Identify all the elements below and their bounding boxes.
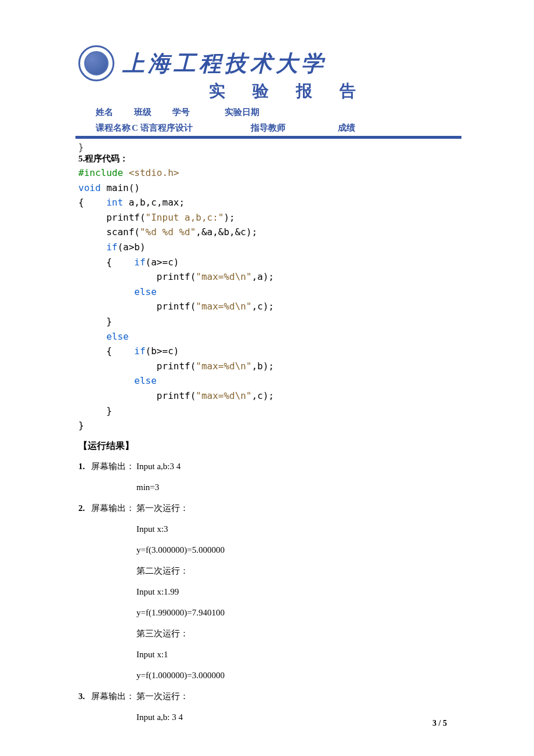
code-if1: if bbox=[106, 242, 117, 253]
code-cond2: (a>=c) bbox=[146, 257, 179, 268]
code-p16: printf( bbox=[78, 390, 196, 401]
header-divider bbox=[75, 136, 461, 139]
result-body: 1. 屏幕输出： Input a,b:3 4 min=3 2. 屏幕输出： 第一… bbox=[78, 456, 459, 728]
result-3-l1: 第一次运行： bbox=[136, 686, 189, 707]
code-end5: ,b); bbox=[252, 361, 275, 372]
code-sp15 bbox=[78, 375, 134, 386]
code-brace-open: { bbox=[78, 197, 106, 208]
code-printf1: printf( bbox=[78, 212, 146, 223]
result-1-row: 1. 屏幕输出： Input a,b:3 4 bbox=[78, 456, 459, 477]
course-value: C 语言程序设计 bbox=[132, 123, 193, 134]
result-2-l5: Input x:1.99 bbox=[136, 581, 459, 602]
code-include: #include bbox=[78, 167, 123, 178]
result-2-row: 2. 屏幕输出： 第一次运行： bbox=[78, 498, 459, 519]
code-main: main() bbox=[101, 182, 140, 193]
id-label: 学号 bbox=[172, 107, 190, 118]
code-str5: "max=%d\n" bbox=[196, 361, 251, 372]
class-label: 班级 bbox=[134, 107, 151, 118]
code-else2: else bbox=[106, 331, 129, 342]
code-sp9 bbox=[78, 286, 134, 297]
result-section-title: 【运行结果】 bbox=[78, 440, 459, 452]
result-1-num: 1. bbox=[78, 456, 91, 477]
result-2-l8: Input x:1 bbox=[136, 644, 459, 665]
code-cond1: (a>b) bbox=[117, 242, 145, 253]
closing-brace-prev: } bbox=[78, 142, 459, 153]
info-row-1: 姓名 班级 学号 实验日期 bbox=[96, 107, 459, 118]
page-number: 3 / 5 bbox=[432, 719, 447, 728]
code-end2: ,&a,&b,&c); bbox=[196, 226, 257, 237]
info-row-2: 课程名称 C 语言程序设计 指导教师 成绩 bbox=[96, 123, 459, 134]
code-block: #include <stdio.h> void main() { int a,b… bbox=[78, 165, 459, 433]
code-br13: { bbox=[78, 345, 134, 357]
code-end4: ,c); bbox=[252, 301, 275, 312]
code-p10: printf( bbox=[78, 301, 196, 312]
grade-label: 成绩 bbox=[338, 123, 355, 134]
code-str2: "%d %d %d" bbox=[140, 226, 196, 237]
result-1-line1: Input a,b:3 4 bbox=[136, 456, 181, 477]
document-content: } 5.程序代码： #include <stdio.h> void main()… bbox=[78, 142, 459, 728]
code-sp6 bbox=[78, 242, 106, 253]
logo-inner-icon bbox=[84, 51, 109, 75]
code-br11: } bbox=[78, 316, 112, 327]
code-void: void bbox=[78, 182, 101, 193]
teacher-label: 指导教师 bbox=[251, 123, 286, 134]
code-end3: ,a); bbox=[252, 271, 275, 282]
code-header: <stdio.h> bbox=[123, 167, 179, 178]
code-else3: else bbox=[134, 375, 157, 386]
result-2-l4: 第二次运行： bbox=[136, 560, 459, 581]
result-2-label: 屏幕输出： bbox=[91, 498, 136, 519]
result-2-l2: Input x:3 bbox=[136, 519, 459, 539]
name-label: 姓名 bbox=[96, 107, 113, 118]
code-end1: ); bbox=[223, 212, 234, 223]
code-str6: "max=%d\n" bbox=[196, 390, 251, 401]
course-label: 课程名称 bbox=[96, 123, 131, 134]
code-br18: } bbox=[78, 420, 84, 431]
university-logo bbox=[78, 45, 114, 81]
code-scanf: scanf( bbox=[78, 226, 140, 237]
result-3-row: 3. 屏幕输出： 第一次运行： bbox=[78, 686, 459, 707]
university-name: 上海工程技术大学 bbox=[122, 49, 327, 78]
code-cond3: (b>=c) bbox=[146, 345, 179, 357]
code-vars: a,b,c,max; bbox=[123, 197, 185, 208]
code-end6: ,c); bbox=[252, 390, 275, 401]
section-title-code: 5.程序代码： bbox=[78, 153, 459, 164]
result-2-l7: 第三次运行： bbox=[136, 623, 459, 644]
document-header: 上海工程技术大学 实 验 报 告 姓名 班级 学号 实验日期 课程名称 C 语言… bbox=[78, 45, 459, 139]
date-label: 实验日期 bbox=[225, 107, 259, 118]
code-br17: } bbox=[78, 405, 112, 416]
result-2-l9: y=f(1.000000)=3.000000 bbox=[136, 665, 459, 686]
code-else1: else bbox=[134, 286, 157, 297]
result-3-l2: Input a,b: 3 4 bbox=[136, 707, 459, 728]
result-2-l3: y=f(3.000000)=5.000000 bbox=[136, 539, 459, 560]
result-3-num: 3. bbox=[78, 686, 91, 707]
result-1-label: 屏幕输出： bbox=[91, 456, 136, 477]
code-p8: printf( bbox=[78, 271, 196, 282]
code-if2: if bbox=[134, 257, 145, 268]
code-sp12 bbox=[78, 331, 106, 342]
code-br7: { bbox=[78, 257, 134, 268]
report-title: 实 验 报 告 bbox=[118, 80, 459, 102]
result-2-num: 2. bbox=[78, 498, 91, 519]
code-if3: if bbox=[134, 345, 145, 357]
code-str3: "max=%d\n" bbox=[196, 271, 251, 282]
code-str4: "max=%d\n" bbox=[196, 301, 251, 312]
result-1-line2: min=3 bbox=[136, 477, 459, 498]
result-2-l1: 第一次运行： bbox=[136, 498, 189, 519]
result-2-l6: y=f(1.990000)=7.940100 bbox=[136, 602, 459, 623]
logo-and-title: 上海工程技术大学 bbox=[78, 45, 459, 81]
result-3-label: 屏幕输出： bbox=[91, 686, 136, 707]
code-p14: printf( bbox=[78, 361, 196, 372]
code-int: int bbox=[106, 197, 123, 208]
code-str1: "Input a,b,c:" bbox=[146, 212, 224, 223]
